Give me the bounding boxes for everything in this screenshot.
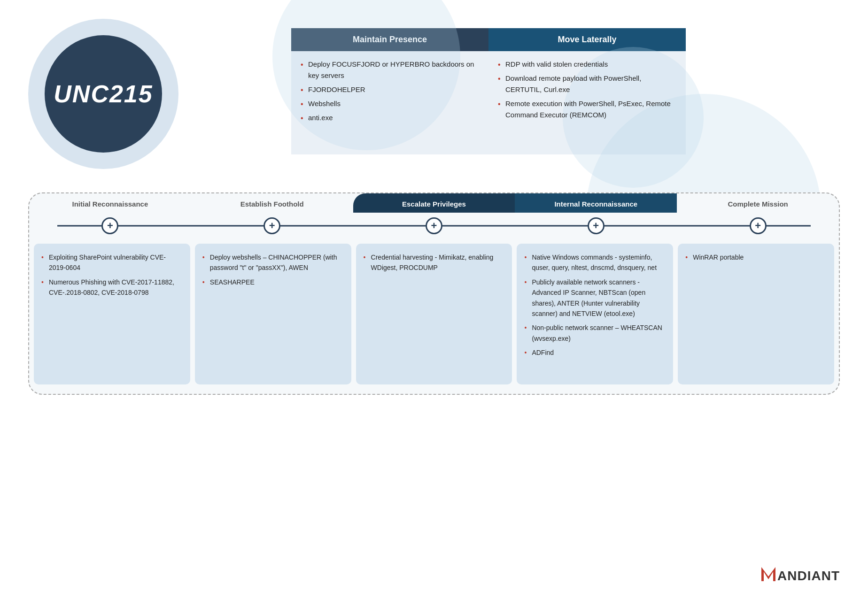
plus-col-0: + (29, 213, 191, 239)
mandiant-logo: ANDIANT (761, 567, 840, 585)
internal-item-1: Publicly available network scanners - Ad… (524, 277, 666, 319)
initial-recon-item-1: Numerous Phishing with CVE-2017-11882, C… (41, 277, 183, 298)
plus-circle-4: + (750, 217, 767, 234)
svg-marker-0 (761, 567, 775, 581)
plus-circle-0: + (101, 217, 118, 234)
col-complete-mission: Complete Mission (677, 193, 839, 213)
card-complete-mission: WinRAR portable (678, 244, 834, 384)
complete-mission-header: Complete Mission (677, 193, 839, 213)
logo-main-circle: UNC215 (45, 35, 162, 153)
escalate-privileges-header: Escalate Privileges (353, 193, 515, 213)
escalate-item-0: Credential harvesting - Mimikatz, enabli… (364, 252, 505, 273)
maintain-item-3: Webshells (301, 98, 479, 109)
internal-item-3: ADFind (524, 347, 666, 358)
timeline-header-row: Initial Reconnaissance Establish Foothol… (29, 193, 839, 213)
logo-text: UNC215 (54, 80, 153, 108)
plus-col-3: + (515, 213, 677, 239)
timeline-section: Initial Reconnaissance Establish Foothol… (28, 192, 840, 395)
card-establish-foothold: Deploy webshells – CHINACHOPPER (with pa… (195, 244, 351, 384)
maintain-item-1: Deploy FOCUSFJORD or HYPERBRO backdoors … (301, 59, 479, 81)
card-initial-recon: Exploiting SharePoint vulnerability CVE-… (34, 244, 190, 384)
complete-item-0: WinRAR portable (685, 252, 827, 262)
col-escalate-privileges: Escalate Privileges (353, 193, 515, 213)
col-establish-foothold: Establish Foothold (191, 193, 353, 213)
maintain-item-4: anti.exe (301, 112, 479, 123)
initial-recon-item-0: Exploiting SharePoint vulnerability CVE-… (41, 252, 183, 273)
internal-item-2: Non-public network scanner – WHEATSCAN (… (524, 323, 666, 344)
internal-item-0: Native Windows commands - systeminfo, qu… (524, 252, 666, 273)
plus-circle-3: + (588, 217, 604, 234)
mandiant-m-icon (761, 567, 775, 585)
timeline-outer: Initial Reconnaissance Establish Foothol… (28, 192, 840, 395)
move-item-3: Remote execution with PowerShell, PsExec… (498, 98, 676, 121)
col-internal-recon: Internal Reconnaissance (515, 193, 677, 213)
plus-col-4: + (677, 213, 839, 239)
plus-col-2: + (353, 213, 515, 239)
plus-col-1: + (191, 213, 353, 239)
foothold-item-0: Deploy webshells – CHINACHOPPER (with pa… (202, 252, 344, 273)
logo-container: UNC215 (28, 19, 178, 169)
col-initial-recon: Initial Reconnaissance (29, 193, 191, 213)
initial-recon-header: Initial Reconnaissance (29, 193, 191, 213)
timeline-cards-row: Exploiting SharePoint vulnerability CVE-… (29, 244, 839, 384)
internal-recon-header: Internal Reconnaissance (515, 193, 677, 213)
timeline-line-row: + + + + + (29, 213, 839, 239)
plus-circle-2: + (426, 217, 442, 234)
foothold-item-1: SEASHARPEE (202, 277, 344, 287)
card-internal-recon: Native Windows commands - systeminfo, qu… (517, 244, 673, 384)
move-laterally-header: Move Laterally (488, 28, 686, 51)
maintain-item-2: FJORDOHELPER (301, 84, 479, 95)
establish-foothold-header: Establish Foothold (191, 193, 353, 213)
move-item-1: RDP with valid stolen credentials (498, 59, 676, 70)
move-item-2: Download remote payload with PowerShell,… (498, 73, 676, 95)
card-escalate-privileges: Credential harvesting - Mimikatz, enabli… (356, 244, 512, 384)
mandiant-label: ANDIANT (777, 568, 840, 584)
plus-circle-1: + (264, 217, 280, 234)
